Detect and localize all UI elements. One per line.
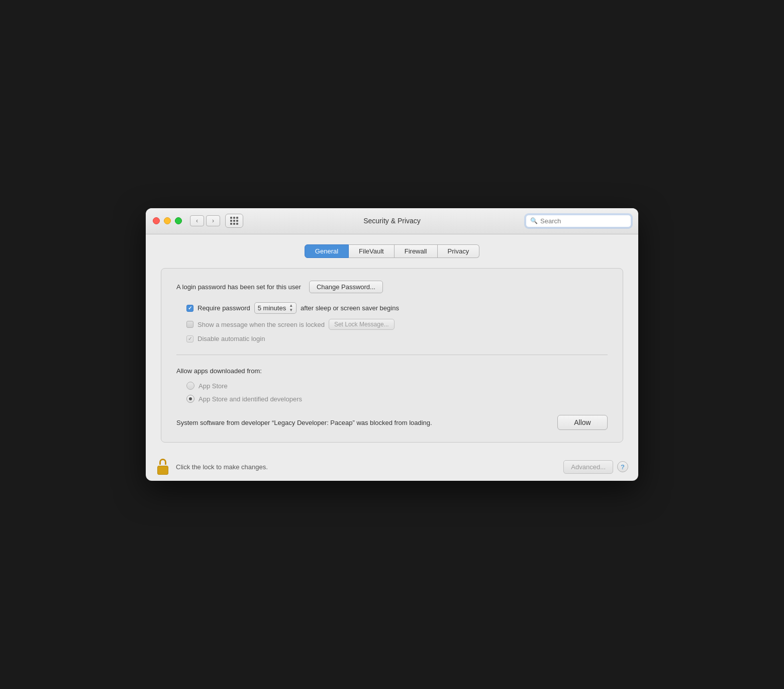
lock-label: Click the lock to make changes. bbox=[176, 463, 268, 471]
show-message-label: Show a message when the screen is locked bbox=[198, 321, 325, 328]
set-lock-message-button[interactable]: Set Lock Message... bbox=[329, 319, 395, 330]
radio-app-store-identified-label: App Store and identified developers bbox=[199, 395, 302, 403]
select-arrows-icon: ▲ ▼ bbox=[289, 304, 293, 313]
change-password-button[interactable]: Change Password... bbox=[309, 281, 383, 293]
titlebar: ‹ › Security & Privacy 🔍 bbox=[146, 208, 638, 234]
back-button[interactable]: ‹ bbox=[190, 215, 204, 226]
tabs: General FileVault Firewall Privacy bbox=[161, 244, 623, 258]
password-row: A login password has been set for this u… bbox=[176, 281, 608, 293]
section-divider bbox=[176, 355, 608, 355]
disable-autologin-label: Disable automatic login bbox=[198, 335, 265, 342]
bottom-bar: Click the lock to make changes. Advanced… bbox=[146, 453, 638, 481]
allow-apps-label: Allow apps downloaded from: bbox=[176, 367, 608, 375]
radio-app-store-row: App Store bbox=[186, 382, 608, 390]
bottom-right-controls: Advanced... ? bbox=[563, 460, 628, 474]
show-message-checkbox[interactable] bbox=[186, 321, 193, 328]
maximize-button[interactable] bbox=[175, 217, 182, 224]
radio-app-store-label: App Store bbox=[199, 382, 228, 390]
forward-button[interactable]: › bbox=[206, 215, 220, 226]
allow-button[interactable]: Allow bbox=[557, 415, 608, 430]
disable-autologin-row: Disable automatic login bbox=[186, 335, 608, 342]
disable-autologin-checkbox[interactable] bbox=[186, 335, 193, 342]
advanced-button[interactable]: Advanced... bbox=[563, 460, 613, 474]
grid-view-button[interactable] bbox=[225, 214, 243, 228]
search-input[interactable] bbox=[540, 217, 627, 225]
window-title: Security & Privacy bbox=[363, 217, 421, 225]
traffic-lights bbox=[153, 217, 182, 224]
close-button[interactable] bbox=[153, 217, 160, 224]
radio-app-store-identified-row: App Store and identified developers bbox=[186, 395, 608, 403]
password-label: A login password has been set for this u… bbox=[176, 283, 301, 291]
require-password-row: Require password 5 minutes ▲ ▼ after sle… bbox=[186, 302, 608, 314]
tab-general[interactable]: General bbox=[305, 244, 349, 258]
password-timeout-value: 5 minutes bbox=[258, 304, 286, 312]
password-timeout-select[interactable]: 5 minutes ▲ ▼ bbox=[254, 302, 297, 314]
help-button[interactable]: ? bbox=[617, 461, 628, 472]
require-password-label: Require password bbox=[198, 304, 250, 312]
search-box[interactable]: 🔍 bbox=[526, 215, 631, 227]
content-area: General FileVault Firewall Privacy A log… bbox=[146, 234, 638, 453]
require-password-suffix: after sleep or screen saver begins bbox=[301, 304, 399, 312]
lock-icon[interactable] bbox=[156, 459, 170, 475]
show-message-row: Show a message when the screen is locked… bbox=[186, 319, 608, 330]
nav-buttons: ‹ › bbox=[190, 215, 220, 226]
lock-body bbox=[157, 466, 168, 475]
radio-group: App Store App Store and identified devel… bbox=[186, 382, 608, 403]
blocked-software-row: System software from developer “Legacy D… bbox=[176, 415, 608, 430]
settings-panel: A login password has been set for this u… bbox=[161, 268, 623, 443]
radio-app-store-identified[interactable] bbox=[186, 395, 194, 403]
minimize-button[interactable] bbox=[164, 217, 171, 224]
grid-icon bbox=[230, 217, 238, 225]
require-password-checkbox[interactable] bbox=[186, 305, 193, 312]
radio-app-store[interactable] bbox=[186, 382, 194, 390]
main-window: ‹ › Security & Privacy 🔍 General FileVau… bbox=[146, 208, 638, 481]
blocked-software-text: System software from developer “Legacy D… bbox=[176, 418, 432, 428]
lock-shackle bbox=[159, 459, 166, 465]
tab-filevault[interactable]: FileVault bbox=[349, 244, 395, 258]
tab-privacy[interactable]: Privacy bbox=[438, 244, 480, 258]
tab-firewall[interactable]: Firewall bbox=[395, 244, 438, 258]
search-icon: 🔍 bbox=[530, 217, 538, 224]
